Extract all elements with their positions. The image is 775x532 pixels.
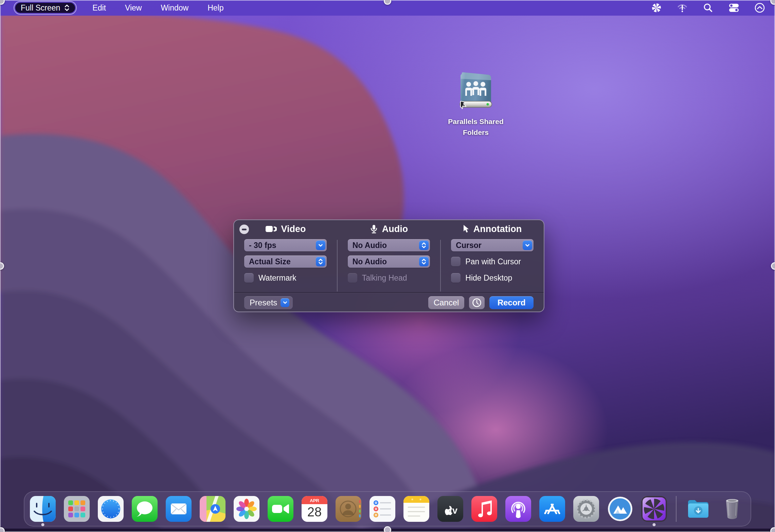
dock-item-screen-recorder[interactable] — [641, 496, 667, 522]
dock-item-podcasts[interactable] — [505, 496, 531, 522]
dock-item-notes[interactable] — [403, 496, 429, 522]
dock-item-finder[interactable] — [30, 496, 56, 522]
timer-button[interactable] — [469, 296, 485, 309]
dock-item-apple-tv[interactable]: tv — [437, 496, 463, 522]
pan-with-cursor-checkbox[interactable]: Pan with Cursor — [451, 257, 521, 266]
menu-help[interactable]: Help — [208, 3, 223, 13]
dock-item-safari[interactable] — [98, 496, 124, 522]
video-column: - 30 fps Actual Size — [234, 238, 337, 292]
dock-item-launchpad[interactable] — [64, 496, 90, 522]
presets-button[interactable]: Presets — [244, 296, 293, 309]
annotation-section-header: Annotation — [440, 224, 544, 234]
cursor-select[interactable]: Cursor — [451, 239, 534, 251]
chevron-updown-icon — [316, 257, 325, 266]
app-menu-label: Full Screen — [21, 3, 60, 13]
menu-edit[interactable]: Edit — [92, 3, 106, 13]
audio-column: No Audio No Audio — [338, 238, 440, 292]
checkbox-box — [451, 257, 461, 266]
dock-divider — [676, 496, 677, 522]
control-center-icon[interactable] — [728, 2, 740, 14]
menu-window[interactable]: Window — [161, 3, 188, 13]
selection-handle-bottom-center[interactable] — [384, 526, 391, 532]
checkbox-box — [451, 273, 461, 283]
svg-text:28: 28 — [307, 505, 322, 519]
dock: APR 28 — [24, 491, 751, 527]
dock-item-contacts[interactable] — [336, 496, 361, 522]
app-menu-focus-ring: Full Screen — [14, 1, 77, 15]
dock-item-maps[interactable] — [200, 496, 226, 522]
dock-item-mail[interactable] — [166, 496, 192, 522]
svg-text:tv: tv — [449, 506, 457, 516]
chevron-updown-icon — [419, 257, 429, 266]
dock-item-trash[interactable] — [719, 496, 745, 522]
fps-select[interactable]: - 30 fps — [244, 239, 327, 251]
dock-item-facetime[interactable] — [268, 496, 293, 522]
running-indicator — [41, 523, 44, 526]
dock-item-downloads[interactable] — [685, 496, 711, 522]
talking-head-checkbox[interactable]: Talking Head — [348, 273, 407, 283]
updown-chevron-icon — [64, 4, 70, 12]
chevron-down-icon — [281, 298, 289, 307]
watermark-checkbox[interactable]: Watermark — [244, 273, 296, 283]
annotation-column: Cursor Pan with Cursor Hide D — [441, 238, 544, 292]
desktop-screen: Full Screen Edit View Window Help — [0, 0, 775, 532]
dock-item-photos[interactable] — [234, 496, 259, 522]
desktop-icon-parallels-shared-folders[interactable]: Parallels Shared Folders — [442, 71, 510, 138]
spotlight-search-icon[interactable] — [702, 2, 714, 14]
checkbox-box — [244, 273, 254, 283]
shared-drive-icon — [456, 71, 496, 113]
microphone-icon — [370, 224, 378, 234]
system-audio-select[interactable]: No Audio — [348, 255, 430, 268]
dock-item-reminders[interactable] — [370, 496, 395, 522]
menu-view[interactable]: View — [125, 3, 142, 13]
cancel-button[interactable]: Cancel — [428, 296, 464, 309]
dock-item-monosnap[interactable] — [607, 496, 633, 522]
dock-item-messages[interactable] — [132, 496, 158, 522]
video-section-header: Video — [234, 224, 337, 234]
collapse-minus-button[interactable] — [239, 225, 249, 234]
mic-audio-select[interactable]: No Audio — [348, 239, 430, 251]
svg-text:APR: APR — [310, 498, 319, 503]
dock-item-music[interactable] — [471, 496, 497, 522]
cursor-arrow-icon — [463, 225, 469, 233]
hide-desktop-checkbox[interactable]: Hide Desktop — [451, 273, 512, 283]
size-select[interactable]: Actual Size — [244, 255, 327, 268]
menu-extra-circle-icon[interactable] — [754, 2, 765, 14]
video-camera-icon — [265, 225, 277, 233]
desktop-icon-label: Parallels Shared Folders — [442, 116, 510, 138]
chevron-down-icon — [316, 241, 325, 250]
clock-icon — [472, 298, 482, 308]
aperture-icon[interactable] — [651, 2, 662, 14]
dock-item-app-store[interactable] — [539, 496, 565, 522]
dock-item-calendar[interactable]: APR 28 — [302, 496, 327, 522]
chevron-updown-icon — [419, 241, 429, 250]
running-indicator — [653, 523, 656, 526]
recording-options-dialog: Video Audio Annotation — [233, 219, 544, 312]
record-button[interactable]: Record — [489, 296, 534, 309]
checkbox-box — [348, 273, 357, 283]
chevron-down-icon — [523, 241, 532, 250]
audio-section-header: Audio — [337, 224, 440, 234]
app-menu-full-screen[interactable]: Full Screen — [15, 3, 75, 13]
dock-item-system-preferences[interactable] — [573, 496, 599, 522]
wifi-alert-icon[interactable] — [677, 2, 688, 14]
